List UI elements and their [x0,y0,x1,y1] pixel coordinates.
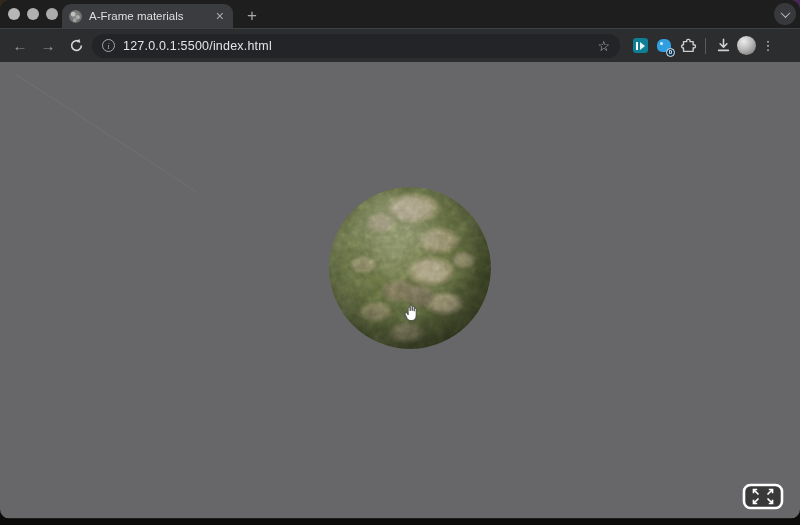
address-bar[interactable]: i 127.0.0.1:5500/index.html ☆ [92,34,620,58]
fullscreen-arrows-icon [742,483,784,510]
new-tab-button[interactable]: + [240,4,264,28]
reload-button[interactable] [64,38,88,53]
extension-icon-blue[interactable]: 0 [654,36,674,56]
bookmark-star-icon[interactable]: ☆ [597,38,610,54]
window-minimize-button[interactable] [27,8,39,20]
hand-cursor [403,304,419,322]
artifact-line [16,74,197,192]
downloads-button[interactable] [713,36,733,56]
tab-strip: A-Frame materials × + [0,0,800,28]
extensions-puzzle-button[interactable] [678,36,698,56]
tab-title: A-Frame materials [89,10,207,22]
browser-window: A-Frame materials × + ← → i 127.0.0.1:55… [0,0,800,519]
extension-badge: 0 [666,48,675,57]
fullscreen-vr-button[interactable] [742,483,784,510]
forward-button[interactable]: → [36,37,60,54]
profile-avatar[interactable] [737,36,756,55]
moss-textured-sphere[interactable] [329,187,491,349]
reload-icon [69,38,84,53]
chevron-down-icon [780,8,790,18]
sphere-mottle-texture [329,187,491,349]
globe-favicon-icon [69,10,82,23]
tab-aframe-materials[interactable]: A-Frame materials × [62,4,233,28]
tab-close-icon[interactable]: × [214,9,226,23]
browser-toolbar: ← → i 127.0.0.1:5500/index.html ☆ 0 [0,28,800,62]
menu-kebab-icon[interactable]: ⋮ [760,38,776,53]
window-zoom-button[interactable] [46,8,58,20]
toolbar-divider [705,38,706,54]
teal-extension-glyph-icon [633,38,648,53]
puzzle-icon [680,37,697,54]
window-close-button[interactable] [8,8,20,20]
tab-search-button[interactable] [774,3,796,25]
window-controls [8,8,58,20]
site-info-icon[interactable]: i [102,39,115,52]
site-info-glyph: i [107,41,110,51]
back-button[interactable]: ← [8,37,32,54]
url-text: 127.0.0.1:5500/index.html [123,39,589,53]
download-icon [715,37,732,54]
aframe-scene-canvas[interactable] [0,62,800,518]
extension-icon-teal[interactable] [630,36,650,56]
